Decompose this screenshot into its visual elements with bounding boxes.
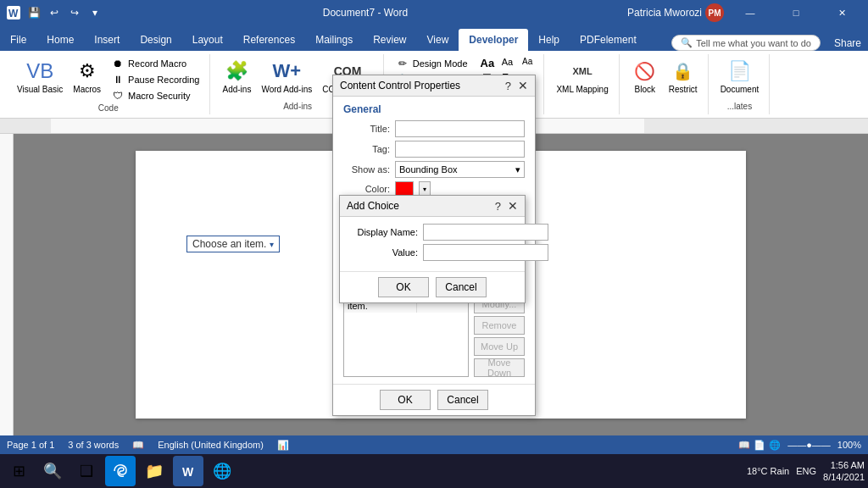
window-title: Document7 - Word: [103, 7, 627, 19]
weather-info: 18°C Rain: [747, 466, 789, 476]
add-dialog-help-button[interactable]: ?: [495, 200, 501, 213]
tag-input[interactable]: [395, 141, 525, 158]
title-input[interactable]: [395, 120, 525, 137]
visual-basic-button[interactable]: VB Visual Basic: [14, 56, 66, 96]
templates-label: ...lates: [727, 102, 752, 113]
macro-options: ⏺ Record Macro ⏸ Pause Recording 🛡 Macro…: [108, 56, 203, 103]
chrome-button[interactable]: 🌐: [207, 456, 237, 486]
block-icon: 🚫: [632, 58, 659, 85]
left-ruler: [0, 134, 14, 435]
add-dialog-body: Display Name: Value:: [340, 217, 525, 271]
word-add-ins-button[interactable]: W+ Word Add-ins: [258, 56, 315, 96]
page-info: Page 1 of 1: [7, 440, 54, 450]
ctrl-aa-button[interactable]: Aa: [478, 56, 498, 70]
title-bar: W 💾 ↩ ↪ ▾ Document7 - Word Patricia Mwor…: [0, 0, 868, 25]
word-icon[interactable]: W: [7, 6, 20, 19]
word-addins-label: Word Add-ins: [261, 85, 312, 94]
move-up-button[interactable]: Move Up: [474, 337, 525, 356]
start-button[interactable]: ⊞: [3, 456, 34, 486]
search-button[interactable]: 🔍: [37, 456, 68, 486]
tab-design[interactable]: Design: [130, 29, 181, 51]
remove-button[interactable]: Remove: [474, 316, 525, 335]
maximize-button[interactable]: □: [776, 0, 815, 25]
dialog-title-bar: Content Control Properties ? ✕: [333, 75, 535, 97]
show-as-select[interactable]: Bounding Box ▾: [395, 161, 525, 178]
record-macro-button[interactable]: ⏺ Record Macro: [108, 56, 203, 71]
design-mode-button[interactable]: ✏ Design Mode: [392, 56, 471, 71]
block-button[interactable]: 🚫 Block: [628, 56, 662, 96]
word-taskbar-button[interactable]: W: [173, 456, 203, 486]
pause-recording-button[interactable]: ⏸ Pause Recording: [108, 72, 203, 87]
print-view-icon[interactable]: 📄: [754, 440, 765, 451]
add-choice-dialog[interactable]: Add Choice ? ✕ Display Name: Value: OK C…: [339, 195, 526, 303]
tag-row: Tag:: [343, 141, 525, 158]
add-dialog-close-button[interactable]: ✕: [508, 199, 518, 213]
show-as-value: Bounding Box: [399, 164, 458, 175]
tell-me-label: Tell me what you want to do: [696, 38, 811, 48]
redo-button[interactable]: ↪: [66, 4, 83, 21]
add-cancel-button[interactable]: Cancel: [436, 277, 487, 297]
tab-file[interactable]: File: [0, 29, 36, 51]
add-ins-button[interactable]: 🧩 Add-ins: [219, 56, 254, 96]
zoom-slider[interactable]: ——●——: [787, 440, 831, 450]
undo-button[interactable]: ↩: [46, 4, 63, 21]
content-control[interactable]: Choose an item. ▾: [186, 236, 280, 252]
tab-view[interactable]: View: [417, 29, 459, 51]
task-view-button[interactable]: ❑: [71, 456, 102, 486]
block-label: Block: [635, 85, 655, 94]
track-changes-icon: 📊: [277, 440, 289, 451]
restrict-label: Restrict: [669, 85, 698, 94]
web-view-icon[interactable]: 🌐: [769, 440, 781, 451]
ccp-ok-button[interactable]: OK: [380, 390, 431, 410]
show-as-label: Show as:: [343, 164, 390, 175]
dialog-help-button[interactable]: ?: [505, 80, 511, 92]
tab-insert[interactable]: Insert: [84, 29, 130, 51]
avatar[interactable]: PM: [705, 3, 724, 22]
customize-button[interactable]: ▾: [86, 4, 103, 21]
status-bar: Page 1 of 1 3 of 3 words 📖 English (Unit…: [0, 435, 868, 454]
tab-review[interactable]: Review: [363, 29, 416, 51]
ccp-cancel-button[interactable]: Cancel: [437, 390, 488, 410]
file-explorer-button[interactable]: 📁: [139, 456, 170, 486]
save-button[interactable]: 💾: [25, 4, 42, 21]
macros-button[interactable]: ⚙ Macros: [70, 56, 104, 96]
move-down-button[interactable]: Move Down: [474, 358, 525, 377]
time-display: 1:56 AM: [823, 459, 865, 471]
edge-button[interactable]: [105, 456, 136, 486]
add-ok-button[interactable]: OK: [378, 277, 429, 297]
tab-layout[interactable]: Layout: [182, 29, 233, 51]
read-view-icon[interactable]: 📖: [738, 440, 750, 451]
tab-references[interactable]: References: [233, 29, 305, 51]
date-display: 8/14/2021: [823, 471, 865, 483]
minimize-button[interactable]: —: [731, 0, 770, 25]
tab-developer[interactable]: Developer: [459, 29, 528, 51]
proofing-icon: 📖: [132, 440, 144, 451]
tab-mailings[interactable]: Mailings: [305, 29, 363, 51]
macro-security-button[interactable]: 🛡 Macro Security: [108, 88, 203, 103]
tab-pdfelement[interactable]: PDFelement: [570, 29, 647, 51]
language-info: English (United Kingdom): [158, 440, 264, 450]
xml-mapping-button[interactable]: XML XML Mapping: [553, 56, 611, 96]
display-name-input[interactable]: [423, 224, 548, 241]
quick-access-toolbar: 💾 ↩ ↪ ▾: [25, 4, 103, 21]
tab-help[interactable]: Help: [528, 29, 570, 51]
addins-group-label: Add-ins: [283, 102, 312, 113]
share-button[interactable]: Share: [834, 37, 861, 49]
group-content: 🚫 Block 🔒 Restrict: [628, 56, 701, 111]
dialog-close-button[interactable]: ✕: [518, 79, 528, 92]
document-button[interactable]: 📄 Document: [717, 56, 763, 96]
restrict-button[interactable]: 🔒 Restrict: [665, 56, 701, 96]
ctrl-aa2-button[interactable]: Aa: [498, 56, 517, 70]
title-row: Title:: [343, 120, 525, 137]
tell-me-box[interactable]: 🔍 Tell me what you want to do: [671, 35, 821, 51]
addins-label: Add-ins: [222, 85, 251, 94]
add-dialog-title: Add Choice: [347, 200, 399, 212]
xml-icon: XML: [569, 58, 596, 85]
close-button[interactable]: ✕: [822, 0, 861, 25]
value-input[interactable]: [423, 244, 548, 261]
ctrl-aa3-button[interactable]: Aa: [518, 56, 537, 70]
svg-text:W: W: [182, 465, 194, 479]
tab-home[interactable]: Home: [36, 29, 84, 51]
display-name-label: Display Name:: [350, 227, 418, 237]
display-name-row: Display Name:: [350, 224, 515, 241]
